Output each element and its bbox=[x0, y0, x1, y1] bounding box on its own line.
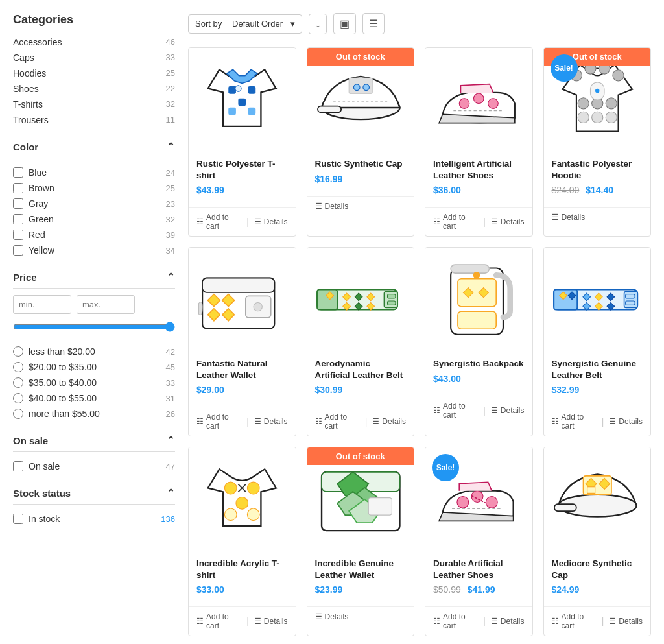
product-name: Mediocre Synthetic Cap bbox=[552, 558, 643, 580]
product-actions: ☷ Add to cart | ☰ Details bbox=[189, 407, 296, 436]
sale-circle bbox=[595, 89, 599, 93]
sidebar-category-item[interactable]: Shoes22 bbox=[13, 81, 175, 97]
price-range-item: less than $20.00 42 bbox=[13, 344, 175, 359]
product-info: Incredible Genuine Leather Wallet $23.99 bbox=[307, 551, 414, 606]
product-price: $43.00 bbox=[433, 374, 525, 384]
price-range-radio[interactable] bbox=[13, 393, 23, 403]
product-actions: ☷ Add to cart | ☰ Details bbox=[425, 396, 532, 425]
product-name: Rustic Synthetic Cap bbox=[315, 158, 407, 170]
details-button[interactable]: ☰ Details bbox=[254, 217, 288, 226]
color-checkbox-gray[interactable] bbox=[13, 198, 23, 209]
color-checkbox-brown[interactable] bbox=[13, 183, 23, 193]
chevron-up-icon: ⌃ bbox=[167, 141, 175, 152]
product-price: $33.00 bbox=[196, 584, 288, 595]
product-actions: ☷ Add to cart | ☰ Details bbox=[307, 407, 414, 436]
stock-section-header[interactable]: Stock status ⌃ bbox=[13, 487, 175, 505]
details-button[interactable]: ☰ Details bbox=[552, 213, 586, 222]
on-sale-section: On sale ⌃ On sale 47 bbox=[13, 435, 175, 474]
price-min-input[interactable] bbox=[13, 295, 71, 314]
price-range-radio[interactable] bbox=[13, 377, 23, 388]
details-button[interactable]: ☰ Details bbox=[372, 417, 406, 426]
price-range-radio[interactable] bbox=[13, 362, 23, 372]
list-icon: ☰ bbox=[254, 417, 261, 426]
add-to-cart-button[interactable]: ☷ Add to cart bbox=[433, 612, 478, 630]
details-button[interactable]: ☰ Details bbox=[254, 617, 288, 626]
details-button[interactable]: ☰ Details bbox=[491, 406, 525, 415]
product-card: Out of stock Rustic Synthetic Cap $16.99… bbox=[307, 47, 415, 237]
sidebar-category-item[interactable]: Caps33 bbox=[13, 50, 175, 66]
product-card: Synergistic Genuine Leather Belt $32.99 … bbox=[543, 247, 652, 436]
product-price: $23.99 bbox=[315, 584, 407, 595]
list-icon: ☰ bbox=[491, 406, 498, 415]
color-filter-item: Red 39 bbox=[13, 227, 175, 243]
details-button[interactable]: ☰ Details bbox=[254, 417, 288, 426]
product-info: Synergistic Backpack $43.00 bbox=[425, 352, 532, 396]
sidebar-category-item[interactable]: T-shirts32 bbox=[13, 97, 175, 112]
product-card: Out of stock Incredible Genuine Leather … bbox=[307, 447, 415, 636]
price-section-header[interactable]: Price ⌃ bbox=[13, 271, 175, 289]
list-icon: ☰ bbox=[609, 417, 616, 426]
svg-point-33 bbox=[254, 303, 262, 311]
price-slider-container bbox=[13, 322, 175, 335]
price-range-radio[interactable] bbox=[13, 409, 23, 419]
list-icon: ☰ bbox=[609, 617, 616, 626]
add-to-cart-button[interactable]: ☷ Add to cart bbox=[196, 412, 241, 431]
sort-select[interactable]: Sort by Default Order ▾ bbox=[188, 14, 302, 34]
price-range-item: $20.00 to $35.00 45 bbox=[13, 359, 175, 375]
on-sale-checkbox[interactable] bbox=[13, 461, 23, 471]
sort-desc-button[interactable]: ↓ bbox=[309, 14, 327, 34]
add-to-cart-button[interactable]: ☷ Add to cart bbox=[552, 412, 597, 431]
on-sale-section-header[interactable]: On sale ⌃ bbox=[13, 435, 175, 452]
product-actions: ☰ Details bbox=[307, 196, 414, 216]
product-image bbox=[544, 447, 651, 551]
in-stock-checkbox[interactable] bbox=[13, 514, 23, 524]
product-price: $24.00 $14.40 bbox=[552, 185, 643, 195]
product-image bbox=[189, 447, 296, 551]
add-to-cart-button[interactable]: ☷ Add to cart bbox=[196, 213, 241, 231]
details-button[interactable]: ☰ Details bbox=[315, 612, 349, 621]
svg-point-24 bbox=[606, 112, 617, 123]
svg-point-10 bbox=[362, 84, 369, 91]
product-info: Rustic Synthetic Cap $16.99 bbox=[307, 152, 414, 196]
color-checkbox-blue[interactable] bbox=[13, 167, 23, 178]
price-max-input[interactable] bbox=[77, 295, 135, 314]
product-price: $29.00 bbox=[196, 385, 288, 395]
price-range-radio[interactable] bbox=[13, 346, 23, 357]
svg-point-68 bbox=[236, 497, 248, 510]
sidebar-category-item[interactable]: Accessories46 bbox=[13, 34, 175, 50]
details-button[interactable]: ☰ Details bbox=[491, 617, 525, 626]
color-checkbox-red[interactable] bbox=[13, 230, 23, 240]
svg-point-13 bbox=[473, 93, 484, 104]
in-stock-item: In stock 136 bbox=[13, 511, 175, 527]
add-to-cart-button[interactable]: ☷ Add to cart bbox=[433, 401, 478, 420]
sidebar-category-item[interactable]: Hoodies25 bbox=[13, 66, 175, 81]
add-to-cart-button[interactable]: ☷ Add to cart bbox=[433, 213, 478, 231]
add-to-cart-button[interactable]: ☷ Add to cart bbox=[315, 412, 360, 431]
product-card: Fantastic Natural Leather Wallet $29.00 … bbox=[188, 247, 296, 436]
svg-rect-1 bbox=[228, 86, 236, 94]
details-button[interactable]: ☰ Details bbox=[315, 202, 349, 211]
cart-icon: ☷ bbox=[196, 417, 204, 426]
toolbar: Sort by Default Order ▾ ↓ ▣ ☰ bbox=[188, 13, 651, 34]
details-button[interactable]: ☰ Details bbox=[609, 617, 643, 626]
color-section: Color ⌃ Blue 24 Brown 25 Gray 23 Green 3… bbox=[13, 141, 175, 258]
price-inputs bbox=[13, 295, 175, 314]
sidebar-category-item[interactable]: Trousers11 bbox=[13, 112, 175, 128]
list-view-button[interactable]: ☰ bbox=[362, 13, 385, 34]
svg-rect-44 bbox=[387, 294, 395, 298]
details-button[interactable]: ☰ Details bbox=[491, 217, 525, 226]
product-card: Sale! Durable Artificial Leather Shoes $… bbox=[425, 447, 533, 636]
add-to-cart-button[interactable]: ☷ Add to cart bbox=[196, 612, 241, 630]
categories-title: Categories bbox=[13, 13, 175, 27]
product-card: Rustic Polyester T-shirt $43.99 ☷ Add to… bbox=[188, 47, 296, 237]
grid-view-button[interactable]: ▣ bbox=[333, 13, 356, 34]
color-checkbox-yellow[interactable] bbox=[13, 245, 23, 256]
product-price: $30.99 bbox=[315, 385, 407, 395]
color-section-header[interactable]: Color ⌃ bbox=[13, 141, 175, 158]
details-button[interactable]: ☰ Details bbox=[609, 417, 643, 426]
color-checkbox-green[interactable] bbox=[13, 214, 23, 224]
add-to-cart-button[interactable]: ☷ Add to cart bbox=[552, 612, 597, 630]
price-slider[interactable] bbox=[13, 322, 175, 332]
product-info: Rustic Polyester T-shirt $43.99 bbox=[189, 152, 296, 207]
list-icon: ☰ bbox=[254, 217, 261, 226]
